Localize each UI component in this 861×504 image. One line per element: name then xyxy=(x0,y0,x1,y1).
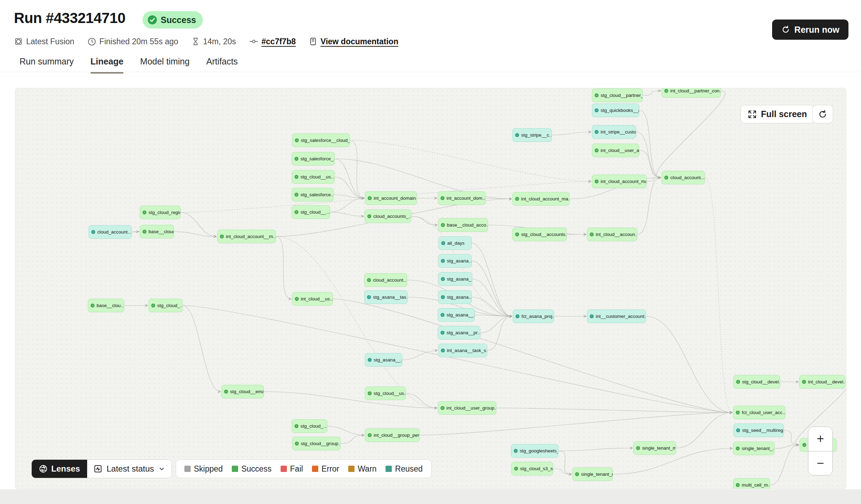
graph-node[interactable]: stg_asana__… xyxy=(438,308,475,322)
graph-node-label: stg_cloud_… xyxy=(157,303,183,308)
zoom-out-button[interactable]: − xyxy=(808,451,832,475)
lineage-canvas[interactable]: cloud_account…stg_cloud_region…base__clo… xyxy=(15,88,846,489)
graph-node[interactable]: stg_salesforce_… xyxy=(292,152,335,166)
tab-run-summary[interactable]: Run summary xyxy=(20,56,74,74)
graph-node[interactable]: int__customer_account… xyxy=(587,310,646,323)
legend-label: Warn xyxy=(358,464,376,474)
graph-node-label: int_cloud__devel… xyxy=(808,379,845,384)
graph-node[interactable]: stg_salesforce… xyxy=(292,188,334,201)
fullscreen-button[interactable]: Full screen xyxy=(740,105,814,123)
reused-status-icon xyxy=(514,449,518,453)
graph-node[interactable]: int_stripe__custo… xyxy=(592,125,636,139)
graph-node[interactable]: stg_googlesheets__sin… xyxy=(511,444,558,458)
graph-node[interactable]: stg_cloud__us… xyxy=(292,170,335,184)
graph-node[interactable]: int_cloud__partner_con… xyxy=(662,88,721,98)
graph-node[interactable]: single_tenant_… xyxy=(733,442,775,455)
graph-node[interactable]: stg_asana… xyxy=(438,290,472,304)
graph-node[interactable]: cloud_accounts_… xyxy=(365,209,411,223)
fullscreen-button-label: Full screen xyxy=(761,109,807,119)
graph-node-label: int_stripe__custo… xyxy=(601,129,636,135)
lens-select[interactable]: Latest status xyxy=(87,460,172,478)
graph-node[interactable]: int_cloud_account_ma… xyxy=(512,192,570,206)
graph-node[interactable]: all_days xyxy=(439,236,472,250)
graph-edge xyxy=(656,91,725,178)
legend-item-skipped: Skipped xyxy=(184,464,223,474)
tab-artifacts[interactable]: Artifacts xyxy=(206,56,238,74)
graph-node[interactable]: int_cloud__user_group… xyxy=(438,401,496,415)
graph-edge xyxy=(784,430,799,445)
success-status-icon xyxy=(802,380,806,384)
reused-status-icon xyxy=(595,130,599,134)
graph-node[interactable]: stg_salesforce__cloud_… xyxy=(292,133,350,147)
graph-node[interactable]: stg_cloud_s3_singl… xyxy=(511,462,553,475)
graph-node[interactable]: stg_cloud_region… xyxy=(140,206,181,219)
status-lens-icon xyxy=(93,464,102,473)
graph-node[interactable]: stg_asana… xyxy=(438,254,472,268)
graph-node[interactable]: int_account_dom… xyxy=(438,191,486,205)
canvas-refresh-button[interactable] xyxy=(812,105,833,123)
graph-node[interactable]: stg_cloud_… xyxy=(148,299,183,312)
zoom-in-button[interactable]: + xyxy=(808,427,832,451)
graph-node[interactable]: stg_stripe__c… xyxy=(512,128,552,142)
graph-node[interactable]: int_cloud_account_ma… xyxy=(592,175,647,188)
graph-node[interactable]: stg_seed__multireg… xyxy=(733,423,784,437)
graph-node[interactable]: stg_asana__pr… xyxy=(438,326,480,339)
meta-item-4[interactable]: View documentation xyxy=(309,37,398,46)
graph-node[interactable]: cloud_account… xyxy=(89,225,132,239)
graph-node[interactable]: cloud_account… xyxy=(364,273,407,287)
reused-status-icon xyxy=(516,314,519,318)
tabs-divider xyxy=(0,72,861,72)
graph-node[interactable]: int_cloud_account__m… xyxy=(217,230,276,243)
meta-item-3[interactable]: #cc7f7b8 xyxy=(249,37,296,46)
rerun-button[interactable]: Rerun now xyxy=(772,20,848,40)
graph-edge xyxy=(132,232,139,232)
graph-node[interactable]: single_tenant_mapp… xyxy=(633,441,676,455)
legend-swatch xyxy=(386,466,392,472)
graph-node[interactable]: stg_cloud__email… xyxy=(221,385,264,398)
graph-edge xyxy=(676,413,732,448)
graph-node[interactable]: stg_cloud__… xyxy=(292,205,330,219)
graph-node[interactable]: int_cloud__group_per… xyxy=(365,428,420,442)
graph-node[interactable]: int_cloud__accoun… xyxy=(587,228,637,241)
graph-node[interactable]: stg_asana_… xyxy=(438,272,472,286)
graph-node[interactable]: stg_quickbooks__a… xyxy=(592,104,639,117)
graph-node[interactable]: fct_cloud_user_acc… xyxy=(733,406,785,419)
graph-node[interactable]: stg_cloud_… xyxy=(292,419,327,433)
graph-node-label: int_cloud__partner_con… xyxy=(670,88,721,93)
graph-node[interactable]: stg_cloud__group… xyxy=(292,437,341,450)
graph-node[interactable]: int_cloud__us… xyxy=(292,292,333,306)
graph-node-label: stg_salesforce_… xyxy=(300,156,335,161)
graph-node[interactable]: int_cloud__user_ac… xyxy=(592,144,639,157)
graph-node[interactable]: base__cloud_… xyxy=(140,225,174,238)
graph-node[interactable]: single_tenant_map… xyxy=(572,467,613,481)
graph-node[interactable]: int_account_domain… xyxy=(365,191,417,205)
legend-label: Success xyxy=(241,464,272,474)
graph-node[interactable]: stg_cloud__us… xyxy=(365,387,406,400)
graph-node[interactable]: cloud_account… xyxy=(662,171,705,184)
success-status-icon xyxy=(664,89,668,93)
graph-edge xyxy=(472,279,512,316)
graph-node[interactable]: stg_asana__tas… xyxy=(364,290,407,304)
refresh-icon xyxy=(781,25,790,34)
tab-lineage[interactable]: Lineage xyxy=(91,56,123,74)
lenses-button[interactable]: Lenses xyxy=(32,460,87,478)
graph-node[interactable]: base__clou… xyxy=(88,299,124,312)
graph-node-label: int__customer_account… xyxy=(596,314,646,319)
graph-node-label: int_cloud__us… xyxy=(301,296,333,301)
graph-node[interactable]: stg_cloud__partner_c… xyxy=(592,89,643,102)
graph-node[interactable]: stg_cloud__accounts… xyxy=(512,228,567,241)
graph-node-label: stg_cloud__group… xyxy=(301,441,341,446)
graph-node-label: stg_cloud__partner_c… xyxy=(601,93,643,98)
success-status-icon xyxy=(367,214,371,218)
graph-edge xyxy=(636,132,661,178)
success-status-icon xyxy=(595,180,599,183)
graph-node[interactable]: stg_asana__… xyxy=(365,353,402,367)
tab-model-timing[interactable]: Model timing xyxy=(140,56,190,74)
graph-node[interactable]: fct_asana_proj… xyxy=(513,310,554,323)
graph-node[interactable]: int_asana__task_s… xyxy=(438,344,487,357)
graph-node[interactable]: int_cloud__devel… xyxy=(799,375,845,389)
graph-node[interactable]: multi_cell_m… xyxy=(733,478,770,489)
graph-node[interactable]: base__cloud_acco… xyxy=(438,218,488,232)
graph-node[interactable]: stg_cloud__devel… xyxy=(733,375,780,389)
rerun-button-label: Rerun now xyxy=(794,25,839,35)
